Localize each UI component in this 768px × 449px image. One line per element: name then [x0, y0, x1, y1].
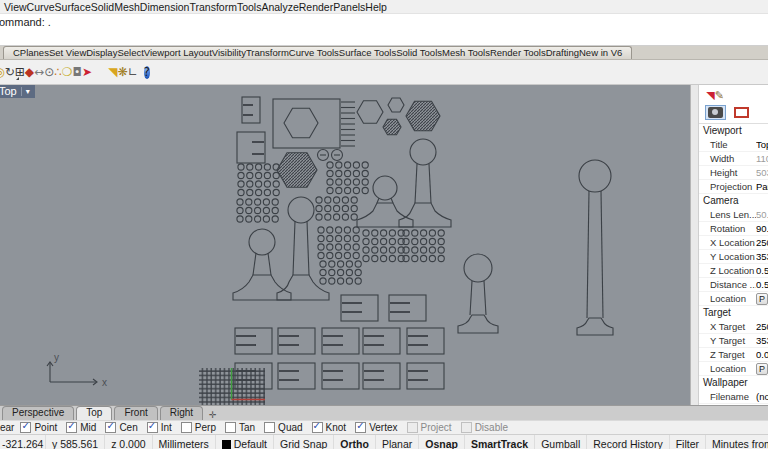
add-viewport-icon[interactable]: ✛	[205, 410, 221, 420]
osnap-toggle[interactable]: Point	[20, 422, 57, 433]
status-cell[interactable]: Filter	[670, 435, 706, 449]
checkbox[interactable]	[20, 422, 31, 433]
stand-part-right	[357, 139, 451, 227]
osnap-toggle[interactable]: Int	[147, 422, 172, 433]
checkbox[interactable]	[264, 422, 275, 433]
osnap-toggle[interactable]: Vertex	[355, 422, 397, 433]
property-row[interactable]: Location P P	[699, 362, 768, 376]
viewport-tab[interactable]: Perspective	[2, 406, 74, 420]
lollipop-part	[458, 254, 498, 333]
osnap-toggle[interactable]: Perp	[181, 422, 216, 433]
osnap-near-label-cut[interactable]: ear	[0, 422, 14, 433]
osnap-toggle[interactable]: Mid	[66, 422, 96, 433]
section-target: Target	[699, 306, 768, 320]
dot-grid	[327, 162, 368, 194]
status-cell[interactable]: Gumball	[535, 435, 587, 449]
status-cell[interactable]: Millimeters	[153, 435, 216, 449]
status-cell[interactable]: Planar	[376, 435, 419, 449]
property-row[interactable]: Distance ... 0.505 0.505	[699, 278, 768, 292]
property-row[interactable]: Z Target 0.0 0.0	[699, 348, 768, 362]
toolbar-group-tabs: CPlanesSet ViewDisplaySelectViewport Lay…	[0, 46, 768, 60]
osnap-toggle[interactable]: Cen	[105, 422, 137, 433]
property-row[interactable]: Height 503 503	[699, 166, 768, 180]
osnap-toggle[interactable]: Tan	[225, 422, 255, 433]
status-cell[interactable]: y 585.561	[46, 435, 105, 449]
status-cell[interactable]: -321.264	[0, 435, 46, 449]
command-prompt[interactable]: Command: .	[0, 16, 764, 28]
command-area[interactable]: Command: .	[0, 13, 768, 46]
status-cell[interactable]: Record History	[587, 435, 669, 449]
menu-item[interactable]: ViewCurveSurfaceSolidMeshDimensionTransf…	[0, 1, 394, 13]
status-cell[interactable]: z 0.000	[105, 435, 152, 449]
hexagon-parts	[277, 98, 440, 187]
axis-icon: y x	[47, 352, 107, 388]
viewport-canvas[interactable]: y x	[0, 85, 690, 405]
osnap-toggle[interactable]: Quad	[264, 422, 302, 433]
property-row[interactable]: Show	[699, 404, 768, 405]
panel-splitter[interactable]	[690, 85, 699, 405]
minus-circle-parts	[318, 150, 343, 161]
panel-tab-icon[interactable]: ◥✎	[706, 88, 720, 102]
slot-rect-parts	[341, 295, 426, 321]
viewport-tabs: PerspectiveTopFrontRight	[2, 406, 203, 420]
toolbar-group-tab[interactable]: CPlanesSet ViewDisplaySelectViewport Lay…	[3, 46, 632, 59]
property-row[interactable]: Width 1100 1100	[699, 152, 768, 166]
status-cell[interactable]: Osnap	[419, 435, 465, 449]
osnap-toggle[interactable]: Disable	[461, 422, 508, 433]
status-cell[interactable]: Grid Snap	[274, 435, 334, 449]
checkbox[interactable]	[312, 422, 323, 433]
checkbox[interactable]	[355, 422, 366, 433]
layer-color-swatch	[222, 440, 231, 449]
viewport-tab[interactable]: Right	[160, 406, 203, 420]
camera-icon[interactable]	[705, 105, 726, 120]
status-bar: -321.264 y 585.561 z 0.000 Millimeters D…	[0, 434, 768, 449]
status-cell[interactable]: Default	[216, 435, 274, 449]
svg-text:x: x	[102, 377, 107, 388]
checkbox[interactable]	[225, 422, 236, 433]
property-row[interactable]: X Location 250.6 250.6	[699, 236, 768, 250]
property-row[interactable]: X Target 250.6 250.6	[699, 320, 768, 334]
checkbox[interactable]	[105, 422, 116, 433]
property-row[interactable]: Y Target 353.3 353.3	[699, 334, 768, 348]
place-button[interactable]: P	[756, 363, 768, 375]
status-cell[interactable]: Ortho	[334, 435, 376, 449]
panel-subtab-bar	[699, 104, 768, 124]
dot-grid	[363, 230, 404, 262]
property-row[interactable]: Rotation 90.0 90.0	[699, 222, 768, 236]
viewport-tab[interactable]: Top	[76, 406, 112, 420]
section-camera: Camera	[699, 194, 768, 208]
main-area: y x	[0, 85, 768, 405]
viewport-tab[interactable]: Front	[114, 406, 157, 420]
viewport-tab-bar: PerspectiveTopFrontRight ✛	[0, 405, 768, 420]
tall-lollipop-part	[577, 160, 613, 335]
wallpaper-rows: Filename (non (non Show	[699, 390, 768, 405]
property-row[interactable]: Filename (non (non	[699, 390, 768, 404]
checkbox[interactable]	[461, 422, 472, 433]
dot-grid	[238, 164, 279, 196]
cad-drawing[interactable]: y x	[0, 85, 690, 405]
property-row[interactable]: Location P P	[699, 292, 768, 306]
osnap-toggle[interactable]: Project	[407, 422, 452, 433]
properties-panel: ◥✎ Viewport Title Top Top Width 1100 110…	[699, 85, 768, 405]
checkbox[interactable]	[66, 422, 77, 433]
dot-grid	[403, 230, 444, 262]
menu-bar: ViewCurveSurfaceSolidMeshDimensionTransf…	[0, 0, 768, 13]
dot-grid	[318, 227, 359, 259]
checkbox[interactable]	[181, 422, 192, 433]
status-cell[interactable]: SmartTrack	[465, 435, 535, 449]
checkbox[interactable]	[147, 422, 158, 433]
checkbox[interactable]	[407, 422, 418, 433]
property-row[interactable]: Z Location 0.505 0.505	[699, 264, 768, 278]
viewport-title[interactable]: Top ▾	[0, 85, 35, 98]
osnap-toggle[interactable]: Knot	[312, 422, 347, 433]
property-row[interactable]: Y Location 353.3 353.3	[699, 250, 768, 264]
status-cell[interactable]: Minutes from last save: 2	[706, 435, 768, 449]
screen-icon[interactable]	[731, 105, 752, 120]
place-button[interactable]: P	[756, 293, 768, 305]
property-row[interactable]: Projection Paral Paral	[699, 180, 768, 194]
section-viewport: Viewport	[699, 124, 768, 138]
property-row[interactable]: Title Top Top	[699, 138, 768, 152]
property-row[interactable]: Lens Len... 50.0 50.0	[699, 208, 768, 222]
toolbar-icon[interactable]: ▤▦❐✂❏▮↶☛✛◎◉▣◎↻⊞◆↔⊙∴❍◘➤◥❋∟?	[2, 63, 20, 81]
plate-part	[273, 99, 355, 148]
